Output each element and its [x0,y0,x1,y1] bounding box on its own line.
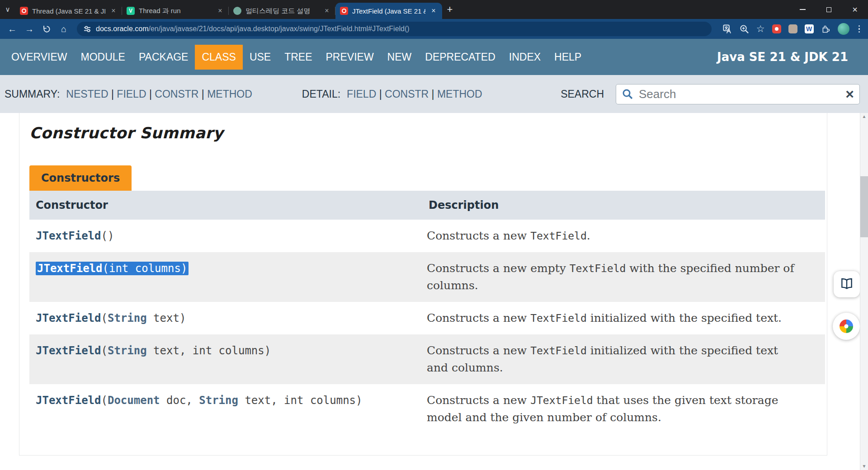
nav-item-help[interactable]: HELP [547,45,588,70]
signature-link[interactable]: JTextField [36,230,101,242]
browser-tab[interactable]: JTextField (Java SE 21 & JDK 2× [335,3,442,19]
subnav-link-field[interactable]: FIELD [347,88,376,100]
javadoc-subnav: SUMMARY: NESTED | FIELD | CONSTR | METHO… [0,75,868,113]
pipe-separator: | [376,88,385,100]
signature-link[interactable]: JTextField [37,262,103,275]
scroll-up-arrow[interactable]: ▲ [860,113,868,120]
zoom-icon[interactable] [740,24,749,34]
description-text: Constructs a new [427,311,530,324]
page-content: Constructor Summary Constructors Constru… [0,113,868,470]
tab-close-icon[interactable]: × [323,7,331,15]
signature-link[interactable]: String [108,312,147,324]
signature-link[interactable]: String [199,394,238,407]
nav-item-tree[interactable]: TREE [278,45,319,70]
col-header-description: Description [422,191,825,220]
url-text: docs.oracle.com/en/java/javase/21/docs/a… [96,25,410,33]
tab-close-icon[interactable]: × [109,7,118,15]
translate-icon[interactable] [723,24,732,34]
tab-close-icon[interactable]: × [429,7,438,15]
summary-label: SUMMARY: [5,88,60,100]
subnav-link-field[interactable]: FIELD [117,88,146,100]
minimize-button[interactable] [789,0,816,19]
maximize-button[interactable] [816,0,842,19]
bookmark-star-icon[interactable]: ☆ [756,24,765,34]
description-text: Constructs a new [427,229,530,242]
site-settings-icon[interactable] [83,25,91,33]
constructor-description: Constructs a new TextField initialized w… [422,302,825,334]
javadoc-navbar: OVERVIEWMODULEPACKAGECLASSUSETREEPREVIEW… [0,39,868,75]
search-box: × [616,84,860,104]
side-panel-button[interactable] [834,271,860,297]
tab-title: JTextField (Java SE 21 & JDK 2 [352,7,425,15]
table-row: JTextField(String text)Constructs a new … [29,302,825,334]
browser-tab[interactable]: Thread 과 run× [122,3,229,19]
signature-text: text, int columns) [238,394,363,407]
constructor-signature: JTextField(String text, int columns) [29,334,422,384]
nav-item-preview[interactable]: PREVIEW [319,45,381,70]
back-button[interactable]: ← [5,21,20,37]
forward-button[interactable]: → [22,21,37,37]
close-button[interactable]: × [842,0,868,19]
chevron-down-icon[interactable]: ∨ [0,5,15,14]
signature-link[interactable]: String [108,344,147,357]
scrollbar-thumb[interactable] [860,176,868,237]
pipe-separator: | [108,88,117,100]
address-bar[interactable]: docs.oracle.com/en/java/javase/21/docs/a… [77,22,712,36]
home-button[interactable]: ⌂ [56,21,71,37]
description-text: . [587,229,590,242]
tab-close-icon[interactable]: × [216,7,224,15]
nav-item-index[interactable]: INDEX [502,45,547,70]
section-heading: Constructor Summary [29,124,827,142]
constructor-signature: JTextField(int columns) [29,252,422,302]
subnav-link-method[interactable]: METHOD [437,88,482,100]
constructor-signature: JTextField(Document doc, String text, in… [29,384,422,434]
pipe-separator: | [146,88,155,100]
search-input[interactable] [639,87,840,101]
oracle-red-favicon-icon [340,7,348,15]
scroll-down-arrow[interactable]: ▼ [860,463,868,470]
subnav-link-method[interactable]: METHOD [207,88,252,100]
nav-item-use[interactable]: USE [243,45,278,70]
subnav-link-nested[interactable]: NESTED [66,88,108,100]
inline-code: TextField [530,312,587,324]
signature-text: () [101,230,114,242]
signature-link[interactable]: Document [108,394,160,407]
nav-item-new[interactable]: NEW [381,45,419,70]
signature-link[interactable]: JTextField [36,344,101,357]
scrollbar[interactable]: ▲ ▼ [860,113,868,470]
new-tab-button[interactable]: + [442,4,458,15]
release-label: Java SE 21 & JDK 21 [717,50,848,64]
nav-item-module[interactable]: MODULE [74,45,132,70]
browser-tab[interactable]: Thread (Java SE 21 & JDK 21)× [15,3,122,19]
profile-avatar[interactable] [838,23,849,35]
clear-search-button[interactable]: × [845,87,854,101]
browser-tab[interactable]: 멀티스레딩 코드 설명× [229,3,335,19]
signature-text: text, int columns) [147,344,271,357]
gray-extension-icon[interactable] [788,24,797,33]
description-text: Constructs a new [427,344,530,357]
tab-title: Thread (Java SE 21 & JDK 21) [32,7,105,15]
w-extension-icon[interactable]: W [805,24,814,33]
summary-links: NESTED | FIELD | CONSTR | METHOD [66,88,252,100]
nav-item-package[interactable]: PACKAGE [132,45,195,70]
tab-title: 멀티스레딩 코드 설명 [245,7,319,15]
inline-code: TextField [530,345,587,357]
signature-link[interactable]: JTextField [36,312,101,324]
refresh-button[interactable] [39,21,54,37]
subnav-link-constr[interactable]: CONSTR [155,88,198,100]
nav-item-overview[interactable]: OVERVIEW [5,45,74,70]
signature-text: ( [101,344,108,357]
detail-label: DETAIL: [302,88,340,100]
red-extension-icon[interactable] [772,24,781,33]
nav-item-deprecated[interactable]: DEPRECATED [418,45,502,70]
constructors-tab[interactable]: Constructors [29,165,132,191]
signature-link[interactable]: JTextField [36,394,101,407]
pinwheel-icon [838,318,854,334]
refresh-icon [42,25,51,33]
browser-toolbar: ← → ⌂ docs.oracle.com/en/java/javase/21/… [0,19,868,39]
extension-pinwheel-button[interactable] [833,313,860,340]
extensions-puzzle-icon[interactable] [821,24,830,34]
menu-dots-icon[interactable] [857,25,862,33]
nav-item-class[interactable]: CLASS [195,45,242,70]
subnav-link-constr[interactable]: CONSTR [385,88,429,100]
